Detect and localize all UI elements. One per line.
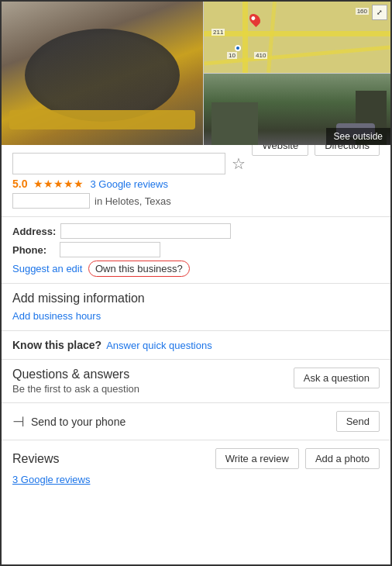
send-label: Send to your phone — [31, 416, 126, 428]
reviews-buttons: Write a review Add a photo — [215, 448, 380, 469]
save-star-icon[interactable]: ☆ — [232, 154, 246, 173]
qa-section: Questions & answers Be the first to ask … — [2, 359, 390, 402]
add-photo-button[interactable]: Add a photo — [305, 448, 380, 469]
missing-info-section: Add missing information Add business hou… — [2, 283, 390, 330]
own-business-button[interactable]: Own this business? — [88, 261, 190, 277]
send-to-phone-icon: ⊣ — [12, 413, 25, 430]
reviews-title: Reviews — [12, 452, 59, 466]
street-view-thumbnail[interactable]: See outside — [203, 74, 390, 145]
business-name-box — [12, 153, 225, 174]
missing-info-title: Add missing information — [12, 292, 380, 305]
send-section: ⊣ Send to your phone Send — [2, 402, 390, 440]
know-row: Know this place? Answer quick questions — [12, 339, 380, 351]
location-row: in Helotes, Texas — [12, 193, 380, 209]
send-button[interactable]: Send — [336, 411, 380, 432]
rating-number: 5.0 — [12, 178, 27, 190]
address-label: Address: — [12, 226, 56, 237]
phone-value-box — [60, 242, 160, 257]
ask-question-button[interactable]: Ask a question — [294, 368, 380, 388]
qa-title: Questions & answers — [12, 368, 139, 381]
map-thumbnail[interactable]: 160 211 10 410 ⤢ — [203, 2, 390, 74]
address-row: Address: — [12, 223, 380, 239]
map-label-410: 410 — [254, 52, 267, 59]
phone-label: Phone: — [12, 244, 55, 256]
know-section: Know this place? Answer quick questions — [2, 330, 390, 359]
reviews-count-sub-link[interactable]: 3 Google reviews — [12, 474, 90, 485]
phone-row: Phone: — [12, 242, 380, 257]
title-row: ☆ Website Directions — [12, 153, 380, 174]
main-photo[interactable]: See photos — [2, 2, 203, 145]
reviews-header: Reviews Write a review Add a photo — [12, 448, 380, 469]
know-label: Know this place? — [12, 339, 101, 351]
write-review-button[interactable]: Write a review — [215, 448, 299, 469]
send-info: ⊣ Send to your phone — [12, 413, 126, 430]
map-dot — [235, 45, 241, 51]
info-area: ☆ Website Directions 5.0 ★★★★★ 3 Google … — [2, 145, 390, 209]
suggest-edit-link[interactable]: Suggest an edit — [12, 263, 82, 274]
details-section: Address: Phone: Suggest an edit Own this… — [2, 223, 390, 277]
map-label-10: 10 — [227, 52, 237, 59]
map-label-160: 160 — [356, 8, 369, 15]
add-hours-link[interactable]: Add business hours — [12, 310, 101, 322]
see-outside-label[interactable]: See outside — [326, 128, 390, 145]
business-category-box — [12, 193, 90, 209]
qa-info: Questions & answers Be the first to ask … — [12, 368, 139, 395]
map-expand-button[interactable]: ⤢ — [372, 5, 387, 20]
business-card: See photos — [0, 0, 392, 566]
image-area: See photos — [2, 2, 390, 145]
answer-questions-link[interactable]: Answer quick questions — [106, 340, 212, 351]
main-photo-image — [2, 2, 203, 145]
map-label-211: 211 — [211, 29, 225, 36]
business-location: in Helotes, Texas — [95, 195, 171, 207]
reviews-section: Reviews Write a review Add a photo 3 Goo… — [2, 440, 390, 494]
reviews-count-link[interactable]: 3 Google reviews — [90, 178, 167, 190]
qa-subtitle: Be the first to ask a question — [12, 383, 139, 395]
rating-row: 5.0 ★★★★★ 3 Google reviews — [12, 178, 380, 190]
rating-stars: ★★★★★ — [33, 178, 84, 190]
right-images: 160 211 10 410 ⤢ See outside — [203, 2, 390, 145]
edit-row: Suggest an edit Own this business? — [12, 261, 380, 277]
address-value-box — [60, 223, 231, 239]
